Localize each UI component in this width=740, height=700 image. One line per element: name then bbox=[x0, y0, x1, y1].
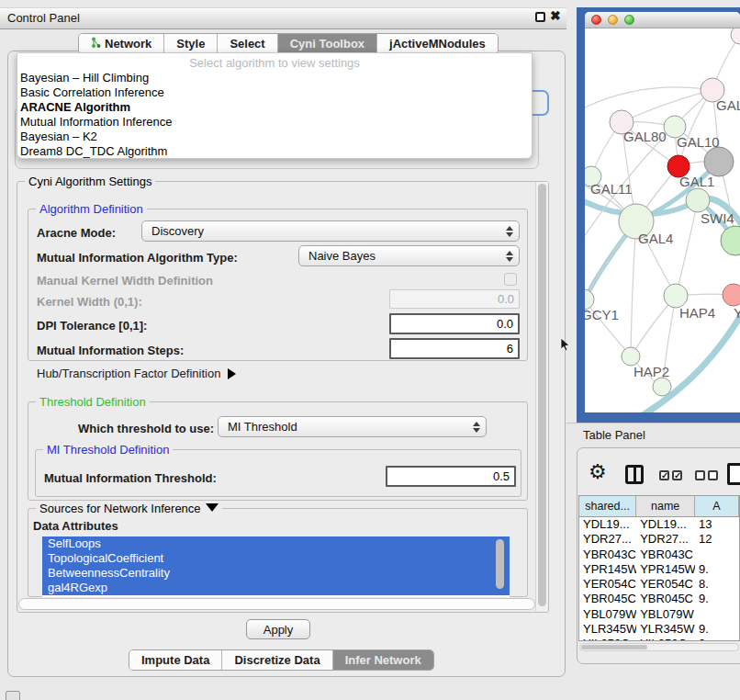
algorithm-option[interactable]: Basic Correlation Inference bbox=[17, 85, 532, 100]
attribute-list-item[interactable]: SelfLoops bbox=[42, 536, 510, 551]
node-big-green[interactable] bbox=[721, 226, 740, 255]
tab-infer-network[interactable]: Infer Network bbox=[333, 650, 433, 670]
network-edge[interactable] bbox=[631, 221, 636, 356]
table-row[interactable]: YLR345WYLR345W9. bbox=[579, 622, 739, 637]
float-panel-icon[interactable] bbox=[535, 12, 545, 22]
network-window: GALGAL80GAL10GAL1GAL11SWI4GAL4GCY1HAP4YH… bbox=[585, 12, 740, 412]
network-edge[interactable] bbox=[622, 90, 712, 122]
attribute-list-item[interactable]: gal4RGexp bbox=[42, 581, 510, 595]
table-cell: 9. bbox=[695, 637, 739, 641]
table-row[interactable]: YER054CYER054C8. bbox=[579, 577, 739, 592]
algorithm-dropdown-popup: Select algorithm to view settings Bayesi… bbox=[17, 52, 533, 159]
table-row[interactable]: YPR145WYPR145W9. bbox=[579, 562, 739, 577]
table-cell: YBR045C bbox=[636, 592, 695, 606]
tab-label: jActiveMNodules bbox=[389, 37, 486, 51]
minimize-window-icon[interactable] bbox=[608, 15, 618, 25]
table-cell: 9. bbox=[695, 562, 739, 577]
mi-steps-field[interactable]: 6 bbox=[389, 338, 520, 359]
attributes-list-scrollbar[interactable] bbox=[496, 539, 504, 589]
tab-network[interactable]: Network bbox=[79, 34, 164, 53]
attribute-list-item[interactable]: TopologicalCoefficient bbox=[42, 551, 510, 566]
columns-icon[interactable] bbox=[625, 465, 644, 484]
tab-impute-data[interactable]: Impute Data bbox=[129, 650, 222, 670]
aracne-mode-label: Aracne Mode: bbox=[37, 226, 116, 240]
table-row[interactable]: YIL052CYIL052C9. bbox=[579, 637, 739, 641]
mi-type-value: Naive Bayes bbox=[308, 249, 502, 263]
table-row[interactable]: YDR27...YDR27...12 bbox=[579, 532, 739, 547]
node-label: GAL1 bbox=[679, 174, 714, 189]
zoom-window-icon[interactable] bbox=[624, 15, 634, 25]
algorithm-option[interactable]: Dream8 DC_TDC Algorithm bbox=[17, 144, 532, 159]
aracne-mode-value: Discovery bbox=[151, 224, 502, 238]
table-cell: YPR145W bbox=[636, 562, 695, 577]
dpi-tolerance-field[interactable]: 0.0 bbox=[389, 313, 520, 334]
tab-label: Select bbox=[230, 37, 264, 51]
unchecked-checkbox-icon[interactable] bbox=[708, 470, 718, 480]
network-edge[interactable] bbox=[676, 200, 698, 296]
node-top-partial[interactable] bbox=[731, 28, 740, 44]
bottom-left-window-icon[interactable] bbox=[6, 691, 20, 700]
checked-checkbox-icon[interactable]: ✓ bbox=[672, 470, 682, 480]
mi-type-label: Mutual Information Algorithm Type: bbox=[37, 251, 238, 265]
network-window-titlebar[interactable] bbox=[585, 12, 740, 28]
control-panel-title: Control Panel bbox=[7, 11, 80, 25]
node-label: GAL11 bbox=[590, 181, 633, 197]
column-header[interactable]: shared... bbox=[579, 496, 636, 516]
mi-threshold-field[interactable]: 0.5 bbox=[386, 466, 516, 487]
table-row[interactable]: YDL19...YDL19...13 bbox=[579, 517, 739, 532]
control-panel-tab-bar: NetworkStyleSelectCyni ToolboxjActiveMNo… bbox=[78, 33, 499, 54]
table-row[interactable]: YBR045CYBR045C9. bbox=[579, 592, 739, 606]
table-row[interactable]: YBR043CYBR043C bbox=[579, 548, 739, 562]
sources-title[interactable]: Sources for Network Inference bbox=[36, 502, 222, 515]
node-bottom[interactable] bbox=[653, 378, 671, 396]
table-cell: 8. bbox=[695, 577, 739, 592]
mouse-cursor bbox=[560, 338, 571, 353]
tab-discretize-data[interactable]: Discretize Data bbox=[222, 650, 332, 670]
close-window-icon[interactable] bbox=[591, 15, 601, 25]
node-table: shared...nameA YDL19...YDL19...13YDR27..… bbox=[578, 495, 740, 641]
algorithm-option[interactable]: Bayesian – K2 bbox=[17, 130, 532, 144]
tab-label: Style bbox=[176, 37, 205, 51]
table-horizontal-scrollbar[interactable] bbox=[579, 643, 739, 651]
unchecked-checkbox-icon[interactable] bbox=[695, 470, 705, 480]
which-threshold-value: MI Threshold bbox=[228, 420, 469, 434]
which-threshold-combo[interactable]: MI Threshold bbox=[218, 416, 487, 437]
aracne-mode-combo[interactable]: Discovery bbox=[141, 220, 520, 242]
cyni-settings-title: Cyni Algorithm Settings bbox=[25, 175, 155, 188]
tab-select[interactable]: Select bbox=[218, 34, 277, 53]
apply-button[interactable]: Apply bbox=[246, 619, 310, 639]
tab-label: Impute Data bbox=[141, 653, 209, 667]
table-panel-title: Table Panel bbox=[583, 428, 645, 442]
hub-definition-disclosure[interactable]: Hub/Transcription Factor Definition bbox=[37, 367, 236, 380]
tab-cyni-toolbox[interactable]: Cyni Toolbox bbox=[278, 34, 377, 53]
algorithm-option[interactable]: Bayesian – Hill Climbing bbox=[17, 71, 532, 85]
node-salmon[interactable] bbox=[723, 284, 740, 306]
close-panel-icon[interactable]: ✖ bbox=[550, 8, 561, 23]
column-header[interactable]: name bbox=[636, 496, 695, 516]
gear-icon[interactable]: ⚙ bbox=[589, 462, 607, 482]
node-gray[interactable] bbox=[704, 147, 734, 176]
tab-jactivemnodules[interactable]: jActiveMNodules bbox=[377, 34, 498, 53]
attribute-list-item[interactable]: BetweennessCentrality bbox=[42, 566, 510, 581]
new-table-icon[interactable] bbox=[727, 463, 740, 485]
algorithm-option[interactable]: ARACNE Algorithm bbox=[17, 100, 532, 115]
table-cell: 13 bbox=[695, 517, 739, 532]
checked-checkbox-icon[interactable]: ✓ bbox=[659, 470, 669, 480]
kernel-width-field[interactable]: 0.0 bbox=[389, 289, 520, 309]
mi-type-combo[interactable]: Naive Bayes bbox=[298, 245, 520, 266]
column-header[interactable]: A bbox=[695, 496, 739, 516]
node-swi4[interactable] bbox=[686, 188, 710, 212]
which-threshold-label: Which threshold to use: bbox=[78, 422, 214, 435]
tab-style[interactable]: Style bbox=[164, 34, 218, 53]
settings-horizontal-scrollbar[interactable] bbox=[18, 598, 535, 610]
control-panel-titlebar bbox=[0, 7, 566, 29]
settings-vertical-scrollbar[interactable] bbox=[535, 182, 548, 611]
manual-kernel-checkbox[interactable] bbox=[504, 273, 517, 286]
table-cell: YLR345W bbox=[579, 622, 636, 637]
node-hap2[interactable] bbox=[622, 347, 640, 366]
algorithm-option[interactable]: Mutual Information Inference bbox=[17, 115, 532, 130]
network-canvas[interactable]: GALGAL80GAL10GAL1GAL11SWI4GAL4GCY1HAP4YH… bbox=[585, 28, 740, 412]
stepper-arrows-icon bbox=[502, 251, 519, 262]
node-label: HAP2 bbox=[633, 364, 669, 379]
table-row[interactable]: YBL079WYBL079W bbox=[579, 607, 739, 622]
